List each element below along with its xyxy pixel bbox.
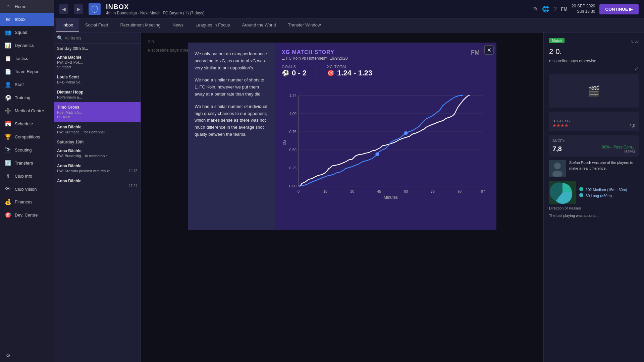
schedule-icon: 📅 (5, 121, 11, 127)
team-report-icon: 📄 (5, 68, 11, 75)
modal-paragraph-3: We had a similar number of individual hi… (195, 103, 268, 138)
tab-news[interactable]: News (166, 18, 190, 32)
msg-subject: Hoffenheim a... (57, 95, 137, 99)
svg-text:0,00: 0,00 (289, 184, 297, 188)
svg-text:30: 30 (350, 189, 354, 193)
sidebar-settings[interactable]: ⚙ (0, 349, 54, 362)
stats-row: GOALS ⚽ 0 - 2 XG TOTAL 🎯 (282, 65, 490, 77)
tab-leagues[interactable]: Leagues in Focus (190, 18, 236, 32)
globe-button[interactable]: 🌐 (542, 5, 549, 13)
sidebar-item-squad[interactable]: 👥 Squad (0, 26, 54, 39)
svg-text:xG: xG (282, 140, 287, 145)
medium-legend-dot (579, 187, 583, 191)
topbar-icons: ✎ 🌐 ? FM 20 SEP 2020 Sun 13:30 CONTINUE … (533, 4, 639, 14)
pass-pct: 90% - Pass Com... (602, 145, 635, 149)
modal-overlay: We only put out an okay performance acco… (141, 33, 543, 362)
soccer-ball-icon: ⚽ (282, 69, 289, 77)
sidebar-item-tactics[interactable]: 📋 Tactics (0, 52, 54, 65)
forward-button[interactable]: ▶ (74, 4, 83, 14)
svg-text:0,50: 0,50 (289, 148, 297, 152)
msg-sender: Anna Bächle (57, 179, 137, 183)
topbar-title-block: INBOX 4th in Bundesliga · Next Match: FC… (106, 3, 204, 15)
list-item-active[interactable]: Timo Gross Post-Match A... FC Köln (54, 102, 141, 122)
list-item[interactable]: Dietmar Hopp Hoffenheim a... (54, 87, 141, 102)
medical-icon: ➕ (5, 108, 11, 114)
list-item[interactable]: Anna Bächle 17:24 (54, 176, 141, 191)
list-item[interactable]: Anna Bächle FW: DFB-Pok... Stuttgart (54, 52, 141, 72)
content-row: 🔍 Sunday 20th S... Anna Bächle FW: DFB-P… (54, 33, 644, 362)
sidebar-item-transfers[interactable]: 🔄 Transfers (0, 157, 54, 170)
time-label: Sun 13:30 (572, 9, 595, 14)
tab-inbox[interactable]: Inbox (56, 18, 79, 32)
bottom-text: The ball playing was accurat... (549, 214, 639, 218)
date-header-saturday: Saturday 19th (54, 137, 141, 146)
rating-card[interactable]: ANCE> 7,8 90% - Pass Com... IATING (549, 135, 639, 157)
msg-sender: Anna Bächle (57, 55, 137, 60)
msg-sender: Louis Scott (57, 75, 137, 79)
expand-icon[interactable]: ⤢ (635, 66, 639, 71)
back-button[interactable]: ◀ (59, 4, 68, 14)
sidebar-item-scouting[interactable]: 🔭 Scouting (0, 143, 54, 157)
sidebar-item-competitions[interactable]: 🏆 Competitions (0, 130, 54, 143)
rating-row: 7,8 90% - Pass Com... IATING (552, 145, 635, 153)
sidebar-item-schedule[interactable]: 📅 Schedule (0, 117, 54, 130)
dev-centre-icon: 🎯 (5, 212, 11, 218)
sidebar-item-training[interactable]: ⚽ Training (0, 91, 54, 104)
search-input[interactable] (65, 36, 137, 41)
staff-icon: 👤 (5, 81, 11, 88)
edit-button[interactable]: ✎ (533, 5, 538, 13)
sidebar-item-dev-centre[interactable]: 🎯 Dev. Centre (0, 208, 54, 222)
fm-logo: FM (561, 6, 568, 12)
match-time: 8:58 (632, 39, 639, 43)
goals-label: GOALS (282, 65, 307, 69)
msg-subject: Post-Match A... (57, 110, 137, 114)
svg-text:97: 97 (481, 189, 485, 193)
sidebar-item-team-report[interactable]: 📄 Team Report (0, 65, 54, 78)
team-badge (89, 3, 101, 15)
sidebar-item-dynamics[interactable]: 📊 Dynamics (0, 39, 54, 52)
sidebar-item-club-info[interactable]: ℹ Club Info (0, 170, 54, 183)
training-icon: ⚽ (5, 95, 11, 101)
tab-social-feed[interactable]: Social Feed (79, 18, 114, 32)
sidebar-item-home[interactable]: ⌂ Home (0, 0, 54, 13)
rating-label: IATING (602, 149, 635, 153)
sidebar-item-inbox[interactable]: ✉ Inbox (0, 13, 54, 26)
continue-button[interactable]: CONTINUE ▶ (599, 4, 639, 14)
xg-label: XG TOTAL (327, 65, 372, 69)
sidebar-item-medical[interactable]: ➕ Medical Centre (0, 104, 54, 117)
msg-subject: 17:24 (57, 184, 137, 188)
help-button[interactable]: ? (553, 6, 557, 13)
sidebar-item-finances[interactable]: 💰 Finances (0, 195, 54, 208)
msg-sender: Dietmar Hopp (57, 90, 137, 95)
tab-recruitment[interactable]: Recruitment Meeting (114, 18, 166, 32)
performance-label: ANCE> (552, 139, 635, 143)
search-icon: 🔍 (57, 35, 63, 41)
passes-section: 102 Medium (15m - 30m) 30 Long (>30m) Di… (549, 181, 639, 210)
club-vision-icon: 👁 (5, 186, 11, 192)
tab-transfer-window[interactable]: Transfer Window (282, 18, 327, 32)
list-item[interactable]: Louis Scott DFB-Pokal Se... (54, 72, 141, 87)
sidebar-item-club-vision[interactable]: 👁 Club Vision (0, 183, 54, 195)
tab-around-world[interactable]: Around the World (236, 18, 282, 32)
topbar: ◀ ▶ INBOX 4th in Bundesliga · Next Match… (54, 0, 644, 18)
svg-text:75: 75 (431, 189, 435, 193)
modal-paragraph-1: We only put out an okay performance acco… (195, 51, 268, 71)
xg-subtitle: 1. FC Köln vs Hoffenheim, 19/9/2020 (282, 56, 490, 61)
msg-subject-2: FC Köln (57, 115, 137, 119)
tab-bar: Inbox Social Feed Recruitment Meeting Ne… (54, 18, 644, 33)
sidebar: ⌂ Home ✉ Inbox 👥 Squad 📊 Dynamics 📋 Tact… (0, 0, 54, 362)
xg-modal: We only put out an okay performance acco… (188, 43, 496, 230)
sidebar-item-staff[interactable]: 👤 Staff (0, 78, 54, 91)
passes-map (549, 181, 576, 204)
date-header-sunday: Sunday 20th S... (54, 44, 141, 52)
list-item[interactable]: Anna Bächle FW: Kramaric... for Hoffenhe… (54, 122, 141, 137)
modal-chart-panel: ✕ XG MATCH STORY 1. FC Köln vs Hoffenhei… (275, 43, 496, 230)
list-item[interactable]: Anna Bächle FW: Bundeslig... to memorabl… (54, 146, 141, 161)
search-bar[interactable]: 🔍 (54, 33, 141, 44)
msg-time: 14:12 (129, 169, 137, 173)
modal-close-button[interactable]: ✕ (484, 45, 494, 55)
svg-text:Minutes: Minutes (384, 195, 398, 200)
list-item[interactable]: Anna Bächle FW: Krecidlo pleased with re… (54, 161, 141, 176)
main-content: Inbox Social Feed Recruitment Meeting Ne… (54, 18, 644, 362)
svg-point-25 (554, 163, 561, 169)
